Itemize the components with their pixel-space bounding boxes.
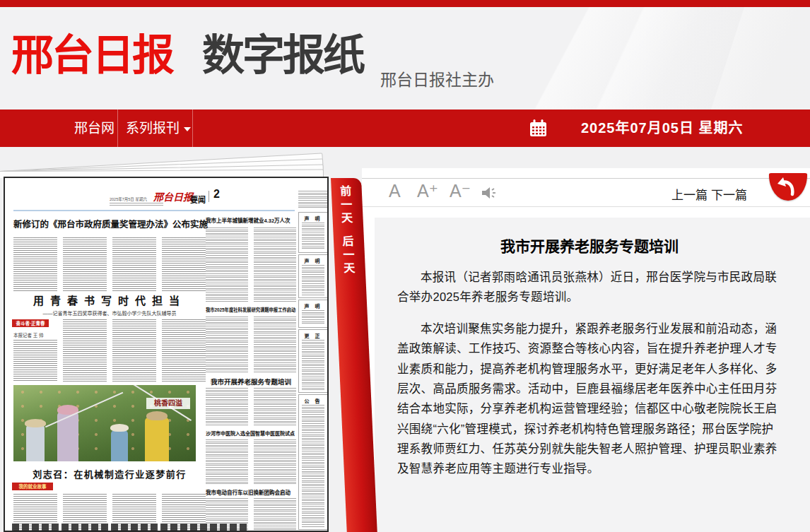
faux-text-column [162, 237, 206, 291]
photo-person-hat [25, 419, 46, 427]
thumb-headline-hospital[interactable]: 沙河市中医院入选全国智慧中医医院试点 [206, 430, 296, 437]
faux-text-column [13, 237, 57, 291]
photo-person-hat [110, 424, 129, 432]
thumb-badge-job-story: 我的就业故事 [12, 483, 53, 490]
faux-text-column [63, 319, 107, 382]
notice-box: 声 明 [298, 300, 328, 328]
nav-menu-series-label: 系列报刊 [126, 121, 180, 136]
thumb-byline: 本报记者 王 帅 [13, 331, 44, 338]
thumb-photo-caption: 桃香四溢 [146, 398, 190, 409]
panel-top-border [362, 178, 810, 179]
organizer-text: 邢台日报社主办 [380, 66, 494, 90]
prev-article-link[interactable]: 上一篇 [671, 185, 708, 203]
nav-separator [117, 110, 118, 147]
notice-title: 声 明 [299, 302, 327, 309]
thumb-youth-subtitle: ——记省青年五四奖章获得者、市弘毅小学少先队大队辅导员 [13, 309, 206, 317]
thumb-badge-striver: 奋斗者·正青春 [12, 319, 49, 327]
faux-text-column [112, 237, 156, 291]
site-logo-red: 邢台日报 [11, 32, 172, 79]
notice-title: 声 明 [299, 215, 327, 222]
site-logo-dark: 数字报纸 [202, 32, 363, 79]
masthead-divider [209, 191, 209, 202]
next-article-link[interactable]: 下一篇 [711, 185, 747, 203]
notice-box: 声 明 [298, 212, 328, 253]
thumb-masthead: 邢台日报 [153, 189, 193, 203]
cutoff-headline-decor [12, 524, 247, 531]
faux-text-column [112, 319, 156, 382]
faux-text-column [206, 227, 248, 302]
notice-title: 更 正 [299, 332, 327, 339]
notice-box: 公 告 [298, 394, 328, 530]
top-accent-bar [0, 0, 810, 7]
photo-person-hat [146, 411, 168, 420]
calendar-icon[interactable] [529, 119, 548, 138]
notice-box: 更 正 [298, 329, 328, 393]
faux-text-column [63, 237, 107, 291]
back-to-page-button[interactable] [769, 173, 807, 201]
prev-day-button[interactable]: 前一天 [340, 185, 355, 225]
faux-text-column [254, 388, 296, 426]
thumb-section-label: 要闻 [190, 194, 206, 205]
faux-text-column [206, 388, 248, 426]
faux-text-column [206, 439, 248, 485]
photo-person [111, 430, 128, 461]
faux-text-column [302, 405, 324, 527]
thumb-headline-liu[interactable]: 刘志召：在机械制造行业逐梦前行 [23, 467, 196, 480]
caret-down-icon [184, 127, 191, 131]
faux-text-column [206, 317, 248, 373]
notice-title: 公 告 [299, 397, 327, 404]
faux-text-column [254, 317, 296, 373]
return-arrow-icon [769, 173, 807, 201]
font-size-increase-button[interactable]: A⁺ [417, 181, 438, 201]
faux-text-column [298, 191, 328, 209]
header-decor-shape [407, 7, 746, 110]
thumb-headline-jobs[interactable]: 我市上半年城镇新增就业4.32万人次 [206, 216, 296, 224]
photo-person [145, 418, 169, 461]
nav-link-home[interactable]: 邢台网 [74, 110, 115, 147]
thumb-headline-social[interactable]: 我市2025年度社科发展研究课题申报工作启动 [206, 307, 296, 313]
font-size-default-button[interactable]: A [389, 181, 401, 201]
faux-text-column [254, 227, 296, 302]
article-reader-panel: A A⁺ A⁻ 上一篇 下一篇 我市开展养老服务专题培训 本报讯（记者郭雨晗通讯… [362, 168, 810, 532]
orchard-photo[interactable] [13, 385, 196, 461]
nav-separator [192, 110, 193, 147]
page-fan-decor [0, 147, 332, 178]
photo-person [26, 425, 45, 461]
faux-text-column [162, 319, 206, 382]
article-paragraph: 本次培训聚焦实务能力提升，紧跟养老服务行业发展和前沿动态，涵盖政策解读、工作技巧… [397, 319, 782, 479]
thumb-page-number: 2 [213, 188, 220, 201]
thumb-headline-quality[interactable]: 新修订的《邢台市政府质量奖管理办法》公布实施 [13, 217, 209, 230]
faux-text-column [302, 223, 324, 250]
article-paragraph: 本报讯（记者郭雨晗通讯员张燕林）近日，邢台医学院与市民政局联合举办2025年养老… [397, 267, 782, 307]
current-date[interactable]: 2025年07月05日 星期六 [581, 110, 744, 147]
toolbar-divider [362, 206, 810, 207]
masthead-rule [13, 210, 295, 211]
faux-text-column [302, 310, 324, 325]
newspaper-page-thumbnail[interactable]: 2025年7月5日 星期六 邢台日报 要闻 2 新修订的《邢台市政府质量奖管理办… [4, 177, 329, 532]
thumb-headline-elder-care[interactable]: 我市开展养老服务专题培训 [206, 377, 296, 386]
faux-text-column [254, 439, 296, 485]
article-title: 我市开展养老服务专题培训 [397, 235, 782, 256]
faux-text-column [302, 340, 324, 390]
thumb-date-line: 2025年7月5日 星期六 [110, 196, 147, 202]
read-aloud-speaker-icon[interactable] [481, 185, 498, 201]
site-header: 邢台日报 数字报纸 邢台日报社主办 [0, 7, 810, 110]
faux-text-column [254, 498, 296, 530]
faux-text-column [13, 340, 57, 382]
thumb-headline-bike[interactable]: 我市电动自行车以旧换新团购会启动 [206, 488, 296, 496]
notice-box: 声 明 [298, 254, 328, 298]
thumb-headline-youth[interactable]: 用青春书写时代担当 [13, 292, 206, 307]
article-content-area: 我市开展养老服务专题培训 本报讯（记者郭雨晗通讯员张燕林）近日，邢台医学院与市民… [375, 218, 810, 532]
faux-text-column [302, 265, 324, 295]
font-size-decrease-button[interactable]: A⁻ [450, 181, 471, 201]
main-navbar: 邢台网 系列报刊 2025年07月05日 星期六 [0, 110, 810, 147]
nav-menu-series[interactable]: 系列报刊 [126, 110, 191, 147]
next-day-button[interactable]: 后一天 [342, 235, 357, 276]
notice-title: 声 明 [299, 257, 327, 264]
